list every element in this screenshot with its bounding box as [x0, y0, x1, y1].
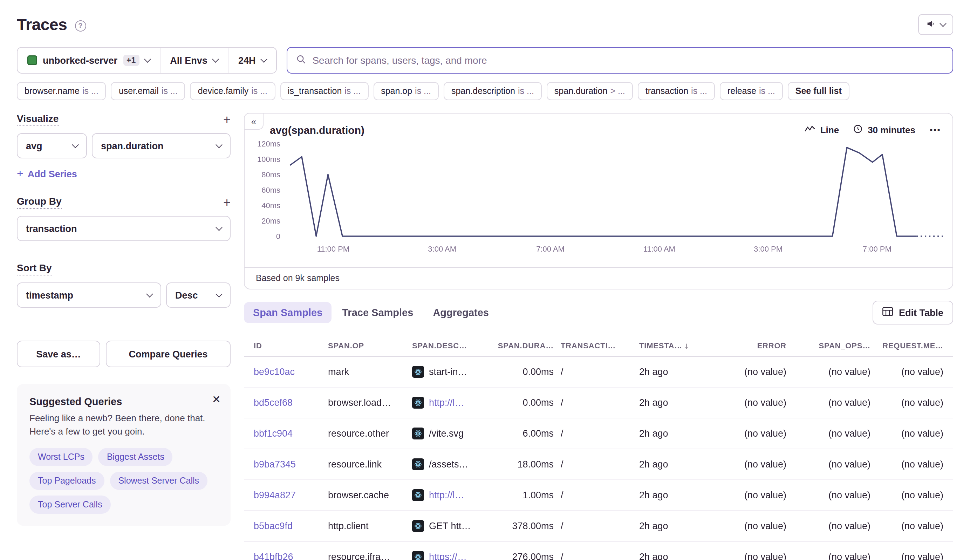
- table-row[interactable]: b41bfb26resource.ifra…https://…276.00ms/…: [244, 542, 953, 560]
- span-id-link[interactable]: be9c10ac: [254, 367, 321, 377]
- column-header[interactable]: REQUEST.ME…: [877, 341, 943, 349]
- span-description-link[interactable]: https://…: [429, 552, 467, 560]
- filter-chip-browser.name[interactable]: browser.nameis ...: [17, 82, 106, 100]
- sort-field-value: timestamp: [26, 290, 73, 300]
- tab-aggregates[interactable]: Aggregates: [424, 302, 498, 323]
- close-icon[interactable]: ✕: [212, 393, 221, 406]
- collapse-sidebar-button[interactable]: «: [244, 113, 263, 130]
- column-header[interactable]: ID: [254, 341, 321, 349]
- group-by-value: transaction: [26, 223, 77, 234]
- span-ops-cell: (no value): [793, 490, 870, 500]
- span-id-link[interactable]: b9ba7345: [254, 459, 321, 470]
- help-icon[interactable]: ?: [75, 20, 86, 31]
- edit-table-button[interactable]: Edit Table: [873, 301, 953, 325]
- filter-chip-is_transaction[interactable]: is_transactionis ...: [280, 82, 368, 100]
- span-description-link[interactable]: /vite.svg: [429, 428, 463, 439]
- column-header[interactable]: SPAN.DESC…: [412, 341, 482, 349]
- chip-op: is ...: [759, 86, 775, 96]
- timestamp-value[interactable]: 2h ago: [639, 552, 668, 560]
- filter-chip-user.email[interactable]: user.emailis ...: [111, 82, 185, 100]
- environment-selector[interactable]: All Envs: [160, 48, 228, 73]
- timestamp-value[interactable]: 2h ago: [639, 428, 668, 439]
- table-row[interactable]: b5bac9fdhttp.clientGET htt…378.00ms/2h a…: [244, 511, 953, 542]
- table-row[interactable]: b9ba7345resource.link/assets…18.00ms/2h …: [244, 449, 953, 480]
- timestamp-value[interactable]: 2h ago: [639, 521, 668, 531]
- span-id-link[interactable]: bbf1c904: [254, 428, 321, 439]
- span-ops-cell: (no value): [793, 552, 870, 560]
- add-series-button[interactable]: + Add Series: [17, 168, 77, 180]
- compare-queries-button[interactable]: Compare Queries: [106, 341, 231, 367]
- span-description-link[interactable]: GET htt…: [429, 521, 471, 531]
- tab-span-samples[interactable]: Span Samples: [244, 302, 332, 323]
- span-duration-cell: 0.00ms: [489, 367, 554, 377]
- timestamp-value[interactable]: 2h ago: [639, 459, 668, 470]
- suggested-query-chip[interactable]: Worst LCPs: [30, 448, 93, 466]
- see-full-list-button[interactable]: See full list: [788, 82, 850, 100]
- filter-chip-release[interactable]: releaseis ...: [720, 82, 783, 100]
- column-header[interactable]: SPAN.OP: [328, 341, 405, 349]
- span-id-link[interactable]: bd5cef68: [254, 397, 321, 408]
- span-id-link[interactable]: b994a827: [254, 490, 321, 500]
- timestamp-value[interactable]: 2h ago: [639, 397, 668, 408]
- timestamp-value[interactable]: 2h ago: [639, 490, 668, 500]
- span-description-link[interactable]: http://l…: [429, 490, 464, 500]
- filter-chip-device.family[interactable]: device.familyis ...: [190, 82, 275, 100]
- table-row[interactable]: bd5cef68browser.load…http://l…0.00ms/2h …: [244, 388, 953, 418]
- tab-trace-samples[interactable]: Trace Samples: [333, 302, 422, 323]
- aggregate-select[interactable]: avg: [17, 133, 87, 158]
- table-icon: [883, 307, 893, 318]
- svg-text:0: 0: [276, 232, 280, 241]
- span-id-link[interactable]: b5bac9fd: [254, 521, 321, 531]
- chip-op: is ...: [691, 86, 707, 96]
- suggested-query-chip[interactable]: Slowest Server Calls: [110, 471, 207, 490]
- chart-overflow-menu-button[interactable]: ⋯: [929, 123, 941, 137]
- span-id-link[interactable]: b41bfb26: [254, 552, 321, 560]
- save-as-button[interactable]: Save as…: [17, 341, 100, 367]
- suggested-query-chip[interactable]: Biggest Assets: [98, 448, 173, 466]
- span-description-link[interactable]: /assets…: [429, 459, 468, 470]
- suggested-query-chip[interactable]: Top Pageloads: [30, 471, 104, 490]
- filter-chip-span.duration[interactable]: span.duration> ...: [547, 82, 633, 100]
- chip-key: span.op: [381, 86, 412, 96]
- feedback-button[interactable]: [918, 14, 953, 35]
- span-description-link[interactable]: http://l…: [429, 397, 464, 408]
- span-op-cell: resource.link: [328, 459, 405, 470]
- error-cell: (no value): [716, 397, 787, 408]
- add-visualize-button[interactable]: +: [223, 113, 231, 126]
- span-description-link[interactable]: start-in…: [429, 367, 467, 377]
- column-header[interactable]: SPAN.DURA…: [489, 341, 554, 349]
- table-row[interactable]: bbf1c904resource.other/vite.svg6.00ms/2h…: [244, 418, 953, 449]
- chart-interval-button[interactable]: 30 minutes: [853, 124, 915, 136]
- add-group-by-button[interactable]: +: [223, 196, 231, 208]
- column-header[interactable]: TIMESTA…↓: [639, 340, 709, 350]
- chart-type-button[interactable]: Line: [805, 125, 839, 135]
- line-chart-icon: [805, 125, 815, 135]
- column-header[interactable]: TRANSACTI…: [561, 341, 632, 349]
- sort-field-select[interactable]: timestamp: [17, 282, 161, 308]
- time-range-selector[interactable]: 24H: [228, 48, 276, 73]
- filter-chip-span.description[interactable]: span.descriptionis ...: [443, 82, 542, 100]
- request-method-cell: (no value): [877, 397, 943, 408]
- timestamp-cell: 2h ago: [639, 552, 709, 560]
- filter-chip-span.op[interactable]: span.opis ...: [373, 82, 439, 100]
- column-header[interactable]: SPAN_OPS…: [793, 341, 870, 349]
- table-row[interactable]: b994a827browser.cachehttp://l…1.00ms/2h …: [244, 480, 953, 511]
- svg-text:7:00 PM: 7:00 PM: [863, 245, 892, 253]
- table-body: be9c10acmarkstart-in…0.00ms/2h ago(no va…: [244, 357, 953, 560]
- timestamp-value[interactable]: 2h ago: [639, 367, 668, 377]
- group-by-select[interactable]: transaction: [17, 216, 231, 241]
- svg-text:7:00 AM: 7:00 AM: [536, 245, 565, 253]
- table-row[interactable]: be9c10acmarkstart-in…0.00ms/2h ago(no va…: [244, 357, 953, 388]
- field-select[interactable]: span.duration: [92, 133, 231, 158]
- suggested-query-chip[interactable]: Top Server Calls: [30, 495, 110, 513]
- filter-chip-transaction[interactable]: transactionis ...: [638, 82, 715, 100]
- project-selector[interactable]: unborked-server +1: [18, 48, 160, 73]
- search-input[interactable]: [312, 55, 944, 66]
- chip-key: transaction: [645, 86, 688, 96]
- span-duration-cell: 0.00ms: [489, 397, 554, 408]
- timestamp-cell: 2h ago: [639, 521, 709, 531]
- column-header[interactable]: ERROR: [716, 341, 787, 349]
- error-cell: (no value): [716, 367, 787, 377]
- timestamp-cell: 2h ago: [639, 397, 709, 408]
- sort-direction-select[interactable]: Desc: [166, 282, 231, 308]
